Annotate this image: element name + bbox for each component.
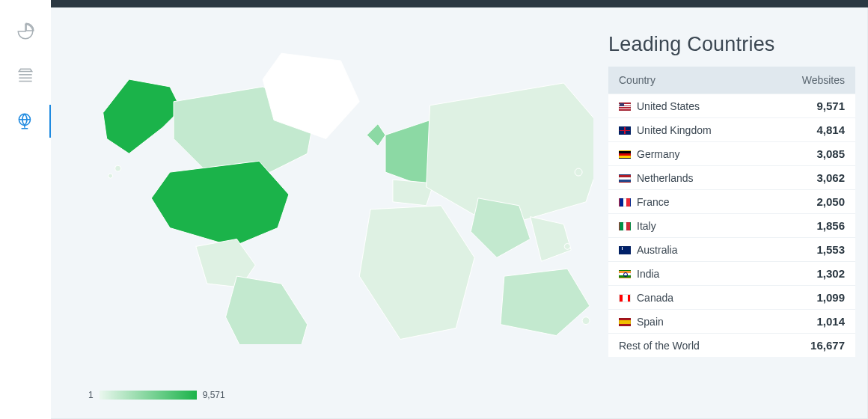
flag-icon	[619, 294, 631, 302]
country-value: 16,677	[766, 334, 855, 358]
flag-icon	[619, 246, 631, 254]
table-row[interactable]: Germany3,085	[608, 142, 855, 166]
svg-point-6	[575, 168, 582, 176]
countries-table: Country Websites United States9,571Unite…	[608, 67, 855, 357]
country-label: Germany	[637, 148, 680, 160]
table-row[interactable]: Canada1,099	[608, 286, 855, 310]
leading-countries-panel: Leading Countries Country Websites Unite…	[608, 22, 855, 406]
flag-icon	[619, 150, 631, 159]
country-label: France	[637, 196, 670, 208]
country-label: India	[637, 268, 659, 280]
flag-icon	[619, 174, 631, 183]
table-row[interactable]: Italy1,856	[608, 214, 855, 238]
pie-chart-icon	[16, 22, 35, 41]
country-label: Spain	[637, 316, 664, 328]
flag-icon	[619, 318, 631, 326]
table-row[interactable]: United Kingdom4,814	[608, 118, 855, 142]
country-value: 1,553	[766, 238, 855, 262]
country-value: 1,014	[766, 310, 855, 334]
country-label: Italy	[637, 220, 656, 232]
map-legend: 1 9,571	[88, 390, 225, 400]
sidebar	[0, 7, 51, 419]
country-label: United States	[637, 100, 700, 112]
globe-icon	[16, 111, 35, 131]
table-row[interactable]: Netherlands3,062	[608, 166, 855, 190]
country-value: 9,571	[766, 94, 855, 118]
top-bar	[51, 0, 868, 7]
country-value: 2,050	[766, 190, 855, 214]
country-label: Rest of the World	[608, 334, 766, 358]
table-row[interactable]: Spain1,014	[608, 310, 855, 334]
legend-max: 9,571	[203, 390, 225, 400]
col-country[interactable]: Country	[608, 67, 766, 94]
sidebar-item-stack[interactable]	[0, 61, 51, 91]
flag-icon	[619, 270, 631, 278]
flag-icon	[619, 103, 631, 111]
stack-icon	[16, 67, 35, 86]
table-row-rest[interactable]: Rest of the World16,677	[608, 334, 855, 358]
country-label: United Kingdom	[637, 124, 712, 136]
svg-point-7	[564, 243, 570, 249]
svg-point-5	[109, 174, 113, 178]
table-row[interactable]: Australia1,553	[608, 238, 855, 262]
country-value: 1,099	[766, 286, 855, 310]
legend-gradient	[100, 391, 197, 400]
world-map[interactable]: 1 9,571	[73, 22, 593, 406]
svg-point-8	[582, 317, 590, 325]
table-row[interactable]: United States9,571	[608, 94, 855, 118]
flag-icon	[619, 222, 631, 230]
col-websites[interactable]: Websites	[766, 67, 855, 94]
table-row[interactable]: India1,302	[608, 262, 855, 286]
svg-point-4	[115, 165, 121, 171]
sidebar-item-chart[interactable]	[0, 16, 51, 46]
panel-title: Leading Countries	[608, 33, 855, 56]
country-value: 3,085	[766, 142, 855, 166]
table-row[interactable]: France2,050	[608, 190, 855, 214]
country-label: Australia	[637, 244, 677, 256]
country-value: 4,814	[766, 118, 855, 142]
country-label: Canada	[637, 292, 673, 304]
choropleth-map	[73, 22, 593, 344]
country-label: Netherlands	[637, 172, 694, 184]
sidebar-item-globe[interactable]	[0, 106, 51, 136]
flag-icon	[619, 126, 631, 135]
country-value: 3,062	[766, 166, 855, 190]
flag-icon	[619, 198, 631, 207]
country-value: 1,302	[766, 262, 855, 286]
country-value: 1,856	[766, 214, 855, 238]
content: 1 9,571 Leading Countries Country Websit…	[51, 7, 868, 419]
legend-min: 1	[88, 390, 94, 400]
